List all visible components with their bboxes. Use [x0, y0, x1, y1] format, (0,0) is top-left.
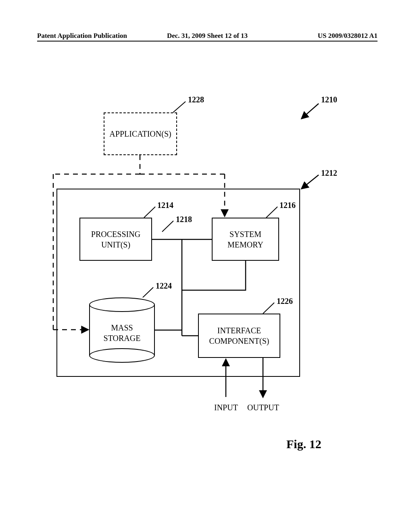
processing-box: PROCESSING UNIT(S): [79, 218, 152, 261]
processing-label: PROCESSING UNIT(S): [91, 229, 140, 250]
ref-1214: 1214: [157, 201, 173, 210]
ref-1212: 1212: [321, 168, 337, 178]
ref-1210: 1210: [321, 95, 337, 104]
memory-box: SYSTEM MEMORY: [212, 218, 279, 261]
diagram: APPLICATION(S) PROCESSING UNIT(S) SYSTEM…: [0, 0, 413, 532]
figure-caption: Fig. 12: [286, 437, 321, 451]
ref-1218: 1218: [176, 215, 192, 224]
output-label: OUTPUT: [247, 403, 279, 412]
applications-box: APPLICATION(S): [104, 112, 177, 155]
memory-label: SYSTEM MEMORY: [227, 229, 263, 250]
interface-box: INTERFACE COMPONENT(S): [198, 314, 280, 358]
interface-label: INTERFACE COMPONENT(S): [209, 325, 269, 346]
ref-1216: 1216: [280, 201, 296, 210]
input-label: INPUT: [214, 403, 238, 412]
storage-label: MASS STORAGE: [104, 323, 141, 343]
storage-cylinder: MASS STORAGE: [89, 297, 155, 363]
ref-1226: 1226: [277, 297, 293, 306]
ref-1228: 1228: [188, 95, 204, 104]
ref-1224: 1224: [156, 281, 172, 291]
applications-label: APPLICATION(S): [109, 129, 171, 139]
